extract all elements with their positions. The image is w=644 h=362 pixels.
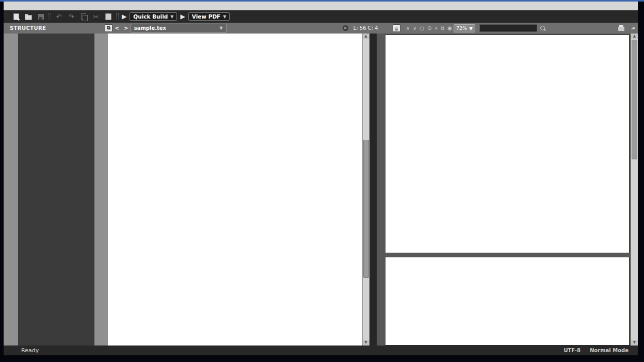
pdf-page-number-strip <box>369 34 377 345</box>
run-quick-build-icon[interactable]: ▶ <box>122 13 126 20</box>
quick-build-label: Quick Build <box>133 13 168 20</box>
continuous-mode-icon[interactable]: ≣ <box>393 24 400 32</box>
view-pdf-label: View PDF <box>192 13 221 20</box>
chevron-down-icon: ▼ <box>223 14 226 19</box>
search-icon[interactable] <box>540 26 545 30</box>
save-icon <box>38 14 44 20</box>
new-file-icon <box>13 13 19 20</box>
pdf-scroll-up-icon[interactable]: ∧ <box>405 25 411 31</box>
copy-button[interactable] <box>79 12 88 21</box>
fit-page-icon[interactable]: ⧉ <box>439 25 446 31</box>
scroll-up-arrow-icon[interactable]: ▲ <box>631 34 638 39</box>
encoding-indicator: UTF-8 <box>564 348 581 353</box>
chevron-down-icon: ▼ <box>469 25 473 31</box>
zoom-in-icon[interactable]: ⊙ <box>426 25 433 31</box>
pdf-viewer: ▲ ▼ <box>377 34 638 345</box>
scroll-down-arrow-icon[interactable]: ▼ <box>363 340 369 345</box>
fit-width-icon[interactable]: ⌖ <box>433 25 439 31</box>
pdf-scrollbar-thumb[interactable] <box>632 40 637 159</box>
pdf-circle-tool-icon[interactable]: ○ <box>418 25 426 31</box>
editor-scrollbar-thumb[interactable] <box>363 140 369 278</box>
close-document-icon[interactable]: ✕ <box>343 25 348 31</box>
texmaker-window: ↶ ↷ ✂ ▶ Quick Build▼ ▶ View PDF▼ STRUCTU… <box>0 0 644 362</box>
pdf-search-input[interactable] <box>479 24 537 32</box>
secondary-toolbar: STRUCTURE ⧉ < > sample.tex▼ ✕ L: 56 C: 4… <box>4 23 638 34</box>
paste-button[interactable] <box>104 12 113 21</box>
run-view-pdf-icon[interactable]: ▶ <box>180 13 185 20</box>
document-selector[interactable]: sample.tex▼ <box>131 24 227 32</box>
edit-toolbar-strip <box>94 34 108 345</box>
structure-panel <box>18 34 94 345</box>
undo-button[interactable]: ↶ <box>54 12 63 21</box>
detach-editor-icon[interactable]: ⧉ <box>105 24 112 32</box>
copy-icon <box>81 13 86 20</box>
toolbar-grip <box>49 13 51 20</box>
redo-button[interactable]: ↷ <box>67 12 76 21</box>
mode-indicator: Normal Mode <box>590 348 629 353</box>
main-toolbar: ↶ ↷ ✂ ▶ Quick Build▼ ▶ View PDF▼ <box>4 10 638 23</box>
open-file-button[interactable] <box>24 12 33 21</box>
application-frame: ↶ ↷ ✂ ▶ Quick Build▼ ▶ View PDF▼ STRUCTU… <box>4 2 638 355</box>
editor-scrollbar[interactable]: ▲ ▼ <box>362 34 369 345</box>
next-document-button[interactable]: > <box>121 25 130 31</box>
pdf-page-2 <box>385 257 630 345</box>
statusbar: Ready UTF-8 Normal Mode <box>4 345 638 355</box>
pdf-scroll-down-icon[interactable]: ∨ <box>411 25 418 31</box>
chevron-down-icon: ▼ <box>170 14 173 19</box>
toolbar-grip <box>6 13 8 20</box>
main-area: ▲ ▼ ▲ ▼ <box>4 34 638 345</box>
status-message: Ready <box>21 347 39 354</box>
external-viewer-icon[interactable]: ◄ <box>630 25 636 31</box>
undo-icon: ↶ <box>56 13 62 20</box>
view-pdf-dropdown[interactable]: View PDF▼ <box>188 12 230 21</box>
pdf-page-1 <box>385 35 630 253</box>
symbol-tab-strip <box>4 34 18 345</box>
toolbar-grip <box>116 13 119 20</box>
cut-icon: ✂ <box>93 13 99 20</box>
zoom-level-select[interactable]: 72%▼ <box>454 24 475 32</box>
scroll-up-arrow-icon[interactable]: ▲ <box>363 34 369 39</box>
previous-document-button[interactable]: < <box>112 25 121 31</box>
source-editor[interactable]: ▲ ▼ <box>108 34 369 345</box>
menubar <box>4 2 638 10</box>
current-document-name: sample.tex <box>134 25 166 31</box>
save-button[interactable] <box>36 12 45 21</box>
cut-button[interactable]: ✂ <box>91 12 101 21</box>
chevron-down-icon: ▼ <box>220 26 223 30</box>
open-folder-icon <box>25 15 32 20</box>
quick-build-dropdown[interactable]: Quick Build▼ <box>130 12 177 21</box>
new-file-button[interactable] <box>11 12 21 21</box>
zoom-level-value: 72% <box>456 25 467 31</box>
redo-icon: ↷ <box>69 13 74 20</box>
code-area[interactable] <box>108 34 362 345</box>
pdf-scrollbar[interactable]: ▲ ▼ <box>631 34 638 345</box>
presentation-icon[interactable]: ◉ <box>446 25 454 31</box>
print-icon[interactable] <box>618 27 624 31</box>
structure-panel-title: STRUCTURE <box>10 25 46 31</box>
paste-icon <box>105 13 111 20</box>
line-column-indicator: L: 56 C: 4 <box>353 25 378 31</box>
scroll-down-arrow-icon[interactable]: ▼ <box>631 340 638 345</box>
